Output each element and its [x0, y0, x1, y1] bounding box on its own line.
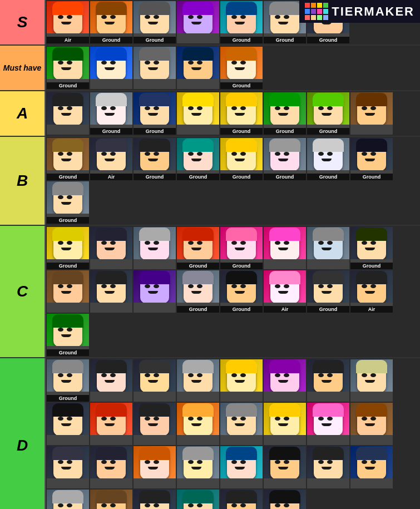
- character-mouth: [365, 467, 375, 470]
- character-head: [357, 231, 386, 259]
- character-card[interactable]: [350, 446, 393, 488]
- character-eyes: [362, 460, 367, 464]
- character-card[interactable]: Ground: [47, 359, 89, 402]
- character-card[interactable]: [134, 403, 176, 445]
- character-hair: [269, 139, 300, 152]
- character-card[interactable]: [177, 47, 219, 89]
- character-hair: [226, 490, 257, 503]
- character-card[interactable]: Ground: [307, 138, 349, 180]
- character-card[interactable]: [307, 446, 349, 488]
- character-card[interactable]: [177, 490, 219, 509]
- character-card[interactable]: Ground: [307, 270, 349, 313]
- character-card[interactable]: Air: [220, 490, 263, 509]
- character-card[interactable]: [134, 270, 176, 313]
- character-card[interactable]: Ground: [134, 92, 176, 135]
- character-card[interactable]: Ground: [47, 227, 89, 269]
- character-card[interactable]: Ground: [264, 138, 306, 180]
- character-card[interactable]: [350, 359, 393, 402]
- character-card[interactable]: [90, 270, 132, 313]
- character-card[interactable]: Ground: [350, 227, 393, 269]
- character-card[interactable]: [177, 92, 219, 135]
- character-card[interactable]: Air: [90, 138, 132, 180]
- character-card[interactable]: [220, 403, 263, 445]
- character-card[interactable]: Ground: [134, 138, 176, 180]
- character-head: [53, 185, 82, 214]
- logo-cell: [317, 3, 322, 8]
- character-card[interactable]: [134, 227, 176, 269]
- character-card[interactable]: Ground: [220, 1, 263, 43]
- character-head: [140, 274, 169, 303]
- character-card[interactable]: [47, 92, 89, 135]
- character-card[interactable]: [264, 227, 306, 269]
- character-card[interactable]: Ground: [220, 92, 263, 135]
- character-card[interactable]: Ground: [47, 181, 89, 224]
- character-card[interactable]: [350, 92, 393, 135]
- tier-row-a: AGroundGroundGroundGroundGround: [0, 91, 420, 137]
- character-eyes: [188, 460, 194, 464]
- character-card[interactable]: Ground: [134, 1, 176, 43]
- character-card[interactable]: [90, 446, 132, 488]
- character-card[interactable]: [90, 47, 132, 89]
- character-mouth: [148, 248, 158, 250]
- character-card[interactable]: [177, 1, 219, 43]
- character-head: [53, 407, 82, 435]
- character-card[interactable]: Ground: [220, 138, 263, 180]
- character-card[interactable]: [307, 227, 349, 269]
- character-card[interactable]: [177, 359, 219, 402]
- character-card[interactable]: [47, 403, 89, 445]
- character-face: [350, 446, 393, 478]
- character-head: [97, 96, 126, 125]
- character-card[interactable]: Ground: [177, 138, 219, 180]
- character-type-label: Ground: [350, 263, 393, 269]
- character-card[interactable]: [350, 403, 393, 445]
- character-card[interactable]: [220, 359, 263, 402]
- character-card[interactable]: [134, 47, 176, 89]
- character-card[interactable]: [47, 270, 89, 313]
- character-head: [140, 96, 169, 125]
- character-mouth: [235, 22, 245, 24]
- character-card[interactable]: Air: [47, 1, 89, 43]
- character-eyes: [145, 460, 150, 464]
- character-card[interactable]: [90, 490, 132, 509]
- character-card[interactable]: Ground: [47, 138, 89, 180]
- character-card[interactable]: [264, 359, 306, 402]
- character-card[interactable]: [177, 446, 219, 488]
- character-card[interactable]: Ground: [177, 270, 219, 313]
- character-card[interactable]: Air: [264, 270, 306, 313]
- character-hair: [269, 228, 300, 241]
- character-card[interactable]: Ground: [47, 314, 89, 356]
- character-card[interactable]: [90, 227, 132, 269]
- character-card[interactable]: Ground: [220, 227, 263, 269]
- character-card[interactable]: [307, 359, 349, 402]
- character-card[interactable]: Ground: [350, 138, 393, 180]
- character-card[interactable]: Ground: [220, 47, 263, 89]
- character-card[interactable]: Ground: [307, 92, 349, 135]
- character-card[interactable]: [134, 359, 176, 402]
- character-card[interactable]: [307, 403, 349, 445]
- character-card[interactable]: [90, 359, 132, 402]
- character-eyes: [145, 373, 150, 377]
- character-card[interactable]: [90, 403, 132, 445]
- character-card[interactable]: Ground: [47, 47, 89, 89]
- character-card[interactable]: Ground: [90, 92, 132, 135]
- character-card[interactable]: [264, 446, 306, 488]
- character-card[interactable]: Air: [350, 270, 393, 313]
- character-card[interactable]: Ground: [264, 92, 306, 135]
- character-card[interactable]: [220, 446, 263, 488]
- character-card[interactable]: [47, 490, 89, 509]
- character-card[interactable]: [264, 403, 306, 445]
- character-card[interactable]: Ground: [90, 1, 132, 43]
- character-card[interactable]: Ground: [220, 270, 263, 313]
- character-card[interactable]: [47, 446, 89, 488]
- character-face: [47, 314, 89, 346]
- character-face: [90, 270, 132, 303]
- character-card[interactable]: Ground: [177, 227, 219, 269]
- character-card[interactable]: [134, 490, 176, 509]
- character-mouth: [105, 159, 115, 161]
- character-card[interactable]: [134, 446, 176, 488]
- character-card[interactable]: [264, 490, 306, 509]
- character-eyes: [275, 503, 280, 507]
- character-hair: [139, 490, 170, 503]
- character-hair: [182, 403, 214, 417]
- character-card[interactable]: [177, 403, 219, 445]
